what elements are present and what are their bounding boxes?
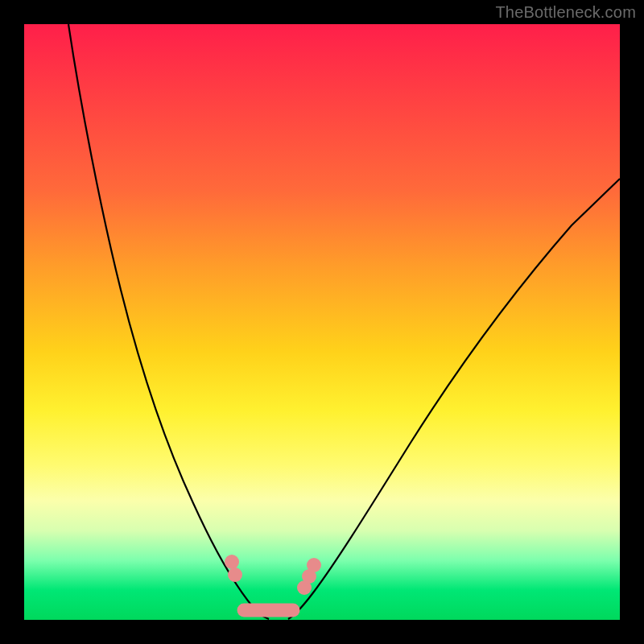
chart-frame: TheBottleneck.com <box>0 0 644 644</box>
marker-dot <box>307 558 321 572</box>
marker-dot <box>228 568 242 582</box>
plot-area <box>24 24 620 620</box>
marker-dot <box>225 555 239 569</box>
watermark-text: TheBottleneck.com <box>495 3 636 22</box>
left-bottleneck-curve <box>68 24 269 619</box>
right-bottleneck-curve <box>288 179 620 619</box>
chart-svg <box>24 24 620 620</box>
